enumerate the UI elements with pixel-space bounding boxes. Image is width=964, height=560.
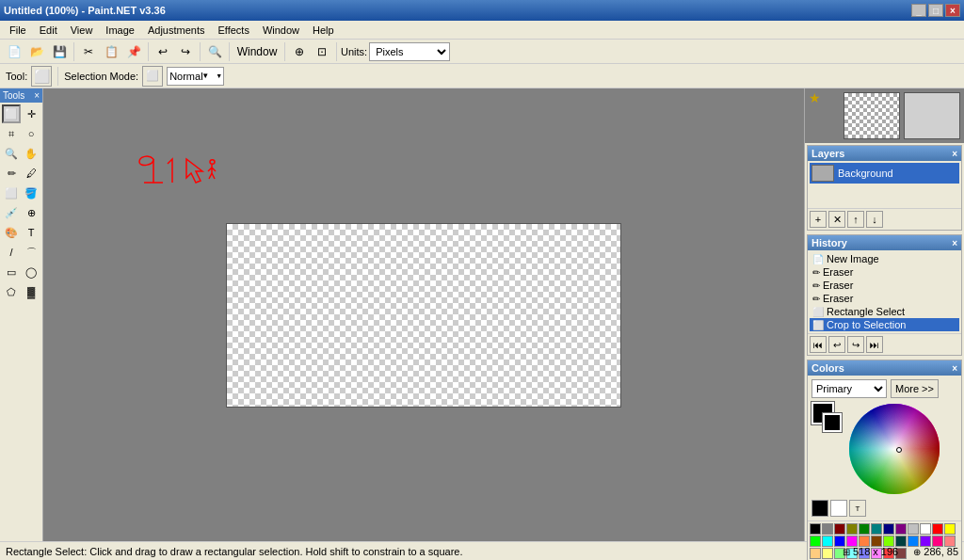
tool-pan[interactable]: ✋	[22, 144, 40, 163]
history-item-3[interactable]: ✏ Eraser	[810, 292, 959, 305]
menu-image[interactable]: Image	[100, 24, 140, 37]
tool-gradient[interactable]: ▓	[22, 282, 40, 301]
history-item-2[interactable]: ✏ Eraser	[810, 279, 959, 292]
copy-button[interactable]: 📋	[101, 41, 121, 62]
colors-close-icon[interactable]: ×	[952, 363, 957, 374]
history-item-4[interactable]: ⬜ Rectangle Select	[810, 305, 959, 318]
colors-header[interactable]: Colors ×	[808, 360, 961, 376]
full-preview-pane[interactable]	[904, 92, 960, 139]
sel-mode-select[interactable]: Normal Add Subtract Intersect	[167, 67, 224, 86]
tool-curve[interactable]: ⌒	[22, 243, 40, 262]
palette-color-swatch[interactable]	[871, 523, 882, 535]
palette-color-swatch[interactable]	[895, 523, 907, 535]
layer-thumbnail	[811, 165, 834, 182]
palette-color-swatch[interactable]	[859, 523, 870, 535]
canvas-wrapper[interactable]	[226, 223, 621, 408]
history-item-1[interactable]: ✏ Eraser	[810, 265, 959, 279]
color-type-select[interactable]: Primary Secondary	[811, 379, 887, 398]
status-left: Rectangle Select: Click and drag to draw…	[6, 546, 824, 557]
tool-recolor[interactable]: 🎨	[2, 223, 21, 242]
tool-eraser[interactable]: ⬜	[2, 184, 21, 202]
tool-shapes[interactable]: ▭	[2, 263, 21, 281]
black-swatch-btn[interactable]	[811, 500, 828, 517]
palette-color-swatch[interactable]	[846, 523, 858, 535]
history-header[interactable]: History ×	[808, 235, 961, 250]
colors-more-button[interactable]: More >>	[891, 379, 939, 398]
units-label: Units:	[341, 46, 367, 57]
menu-adjustments[interactable]: Adjustments	[142, 24, 211, 37]
menu-help[interactable]: Help	[307, 24, 340, 37]
history-item-0[interactable]: 📄 New Image	[810, 252, 959, 265]
tool-icon-btn[interactable]: ⬜	[31, 66, 52, 87]
history-close-icon[interactable]: ×	[952, 238, 957, 248]
color-wheel[interactable]	[847, 402, 941, 496]
menu-window[interactable]: Window	[257, 24, 305, 37]
transparency-btn[interactable]: T	[849, 500, 866, 517]
history-redo-button[interactable]: ↪	[847, 336, 864, 353]
palette-color-swatch[interactable]	[810, 523, 821, 535]
menu-file[interactable]: File	[4, 24, 32, 37]
paste-button[interactable]: 📌	[123, 41, 144, 62]
zoom-out-button[interactable]: 🔍	[204, 41, 225, 62]
history-first-button[interactable]: ⏮	[810, 336, 827, 353]
tool-clone[interactable]: ⊕	[22, 203, 40, 222]
tool-text[interactable]: T	[22, 223, 40, 242]
history-last-button[interactable]: ⏭	[866, 336, 883, 353]
palette-color-swatch[interactable]	[920, 523, 931, 535]
save-button[interactable]: 💾	[49, 41, 70, 62]
layers-close-icon[interactable]: ×	[952, 149, 957, 159]
tool-ellipse-shape[interactable]: ◯	[22, 263, 40, 281]
canvas-size-icon: ⊞	[843, 547, 850, 557]
palette-color-swatch[interactable]	[883, 523, 894, 535]
tool-move[interactable]: ✛	[22, 104, 40, 123]
palette-color-swatch[interactable]	[944, 523, 956, 535]
tool-rectangle-select[interactable]: ⬜	[2, 104, 21, 123]
redo-button[interactable]: ↪	[175, 41, 196, 62]
layers-delete-button[interactable]: ✕	[828, 211, 845, 228]
sel-mode-icon-btn[interactable]: ⬜	[142, 66, 163, 87]
layer-item[interactable]: Background	[810, 163, 959, 184]
tools-close-icon[interactable]: ×	[34, 90, 40, 101]
window-dropdown-btn[interactable]: Window	[233, 41, 281, 62]
palette-color-swatch[interactable]	[834, 523, 845, 535]
layers-add-button[interactable]: +	[810, 211, 827, 228]
new-button[interactable]: 📄	[4, 41, 24, 62]
maximize-button[interactable]: □	[928, 4, 943, 17]
history-undo-button[interactable]: ↩	[828, 336, 845, 353]
tool-paintbrush[interactable]: 🖊	[22, 164, 40, 183]
color-wheel-cursor	[896, 447, 902, 453]
open-button[interactable]: 📂	[26, 41, 47, 62]
palette-color-swatch[interactable]	[908, 523, 919, 535]
minimize-button[interactable]: _	[911, 4, 926, 17]
toolbar-separator-5	[284, 42, 285, 61]
toolbar-separator-1	[73, 42, 74, 61]
tool-pencil[interactable]: ✏	[2, 164, 21, 183]
palette-color-swatch[interactable]	[932, 523, 943, 535]
zoom-in-button[interactable]: ⊕	[289, 41, 310, 62]
tool-fill[interactable]: 🪣	[22, 184, 40, 202]
white-swatch-btn[interactable]	[830, 500, 847, 517]
tool-zoom[interactable]: 🔍	[2, 144, 21, 163]
tool-color-pick[interactable]: 💉	[2, 203, 21, 222]
cut-button[interactable]: ✂	[78, 41, 99, 62]
layers-header[interactable]: Layers ×	[808, 146, 961, 161]
tool-lasso[interactable]: ⌗	[2, 124, 21, 143]
undo-button[interactable]: ↩	[153, 41, 173, 62]
layer-name: Background	[838, 168, 893, 179]
zoom-fit-button[interactable]: ⊡	[312, 41, 332, 62]
tool-ellipse[interactable]: ○	[22, 124, 40, 143]
menu-edit[interactable]: Edit	[34, 24, 63, 37]
history-item-5[interactable]: ⬜ Crop to Selection	[810, 318, 959, 331]
menu-view[interactable]: View	[65, 24, 99, 37]
layers-down-button[interactable]: ↓	[866, 211, 883, 228]
layers-up-button[interactable]: ↑	[847, 211, 864, 228]
secondary-color-swatch[interactable]	[823, 413, 842, 432]
tool-line[interactable]: /	[2, 243, 21, 262]
sel-separator-1	[57, 67, 58, 86]
close-button[interactable]: ×	[945, 4, 960, 17]
units-select[interactable]: Pixels Inches Centimeters	[369, 42, 450, 61]
tool-freeform[interactable]: ⬠	[2, 282, 21, 301]
canvas-area[interactable]	[43, 88, 804, 541]
palette-color-swatch[interactable]	[822, 523, 833, 535]
menu-effects[interactable]: Effects	[212, 24, 254, 37]
